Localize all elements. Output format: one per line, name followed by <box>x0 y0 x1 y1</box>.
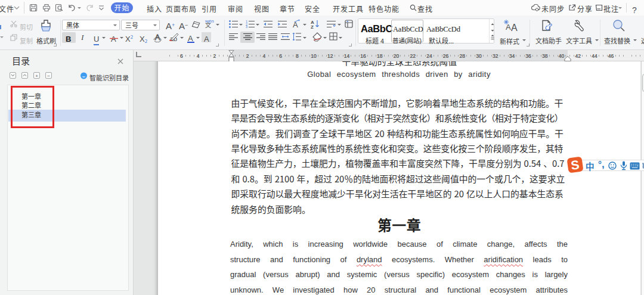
svg-text:3: 3 <box>246 25 247 28</box>
svg-text:S: S <box>570 157 580 172</box>
svg-text:Z: Z <box>311 24 314 29</box>
